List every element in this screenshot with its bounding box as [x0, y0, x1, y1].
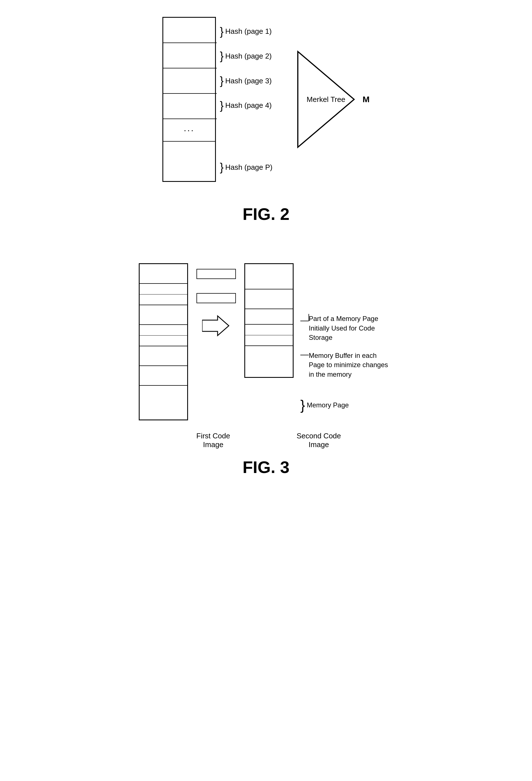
second-code-image-col: [244, 263, 294, 378]
m-label: M: [363, 94, 370, 104]
fig2-page-4: [163, 94, 217, 119]
fig3-title: FIG. 3: [243, 457, 290, 477]
hash-label-1: } Hash (page 1): [220, 27, 273, 37]
fig3-bottom-labels: First Code Image Second Code Image: [56, 431, 476, 449]
middle-section: [188, 269, 244, 338]
small-rect-top: [197, 269, 236, 279]
fig2-page-3: [163, 69, 217, 94]
hash-label-3: } Hash (page 3): [220, 76, 273, 86]
fig2-page-2: [163, 43, 217, 69]
callout2-group: Memory Buffer in each Page to minimize c…: [300, 351, 393, 379]
svg-marker-1: [202, 316, 229, 336]
first-code-image-memory: [139, 263, 188, 420]
callout1-text: Part of a Memory Page Initially Used for…: [309, 314, 393, 342]
fig3-section: Part of a Memory Page Initially Used for…: [56, 263, 476, 494]
first-code-image-col: [139, 263, 188, 420]
fig2-page-1: [163, 18, 217, 43]
fig2-page-p: [163, 141, 217, 181]
second-code-image-area: Part of a Memory Page Initially Used for…: [244, 263, 393, 412]
fig2-dots: ···: [163, 119, 215, 141]
fig3-diagram: Part of a Memory Page Initially Used for…: [56, 263, 476, 420]
fig2-title: FIG. 2: [243, 204, 290, 224]
small-rect-bottom: [197, 293, 236, 303]
memory-page-label: Memory Page: [307, 401, 349, 409]
page-container: ··· } Hash (page 1) } Hash (page 2): [0, 0, 532, 511]
second-code-image-memory: [244, 263, 294, 378]
merkel-label: Merkel Tree: [306, 95, 345, 104]
hash-label-2: } Hash (page 2): [220, 51, 273, 61]
callout2-arrow: [300, 351, 309, 362]
fig2-section: ··· } Hash (page 1) } Hash (page 2): [56, 17, 476, 241]
hash-label-p: } Hash (page P): [220, 162, 273, 172]
merkel-tree-triangle: Merkel Tree: [295, 49, 357, 150]
fig2-memory-column: ···: [162, 17, 216, 182]
right-labels-area: Part of a Memory Page Initially Used for…: [300, 263, 393, 412]
memory-page-brace: } Memory Page: [300, 399, 393, 412]
hash-label-4: } Hash (page 4): [220, 100, 273, 111]
callout1-arrow: [300, 314, 309, 331]
right-arrow: [202, 315, 230, 338]
fig2-diagram: ··· } Hash (page 1) } Hash (page 2): [162, 17, 370, 182]
callout2-text: Memory Buffer in each Page to minimize c…: [309, 351, 393, 379]
first-code-image-label: First Code Image: [197, 431, 230, 449]
callout1-group: Part of a Memory Page Initially Used for…: [300, 314, 393, 342]
second-code-image-label: Second Code Image: [297, 431, 341, 449]
